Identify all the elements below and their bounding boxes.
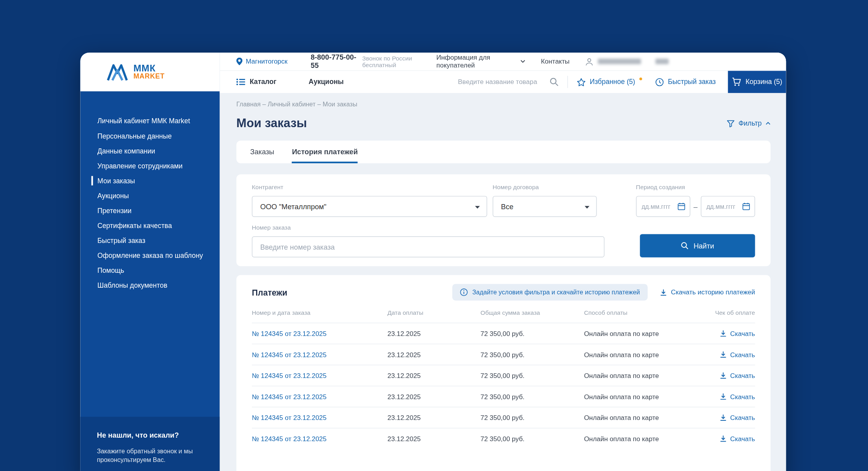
download-icon <box>720 393 727 400</box>
search-button[interactable]: Найти <box>640 234 755 257</box>
auctions-link[interactable]: Аукционы <box>309 78 344 86</box>
sidebar-item[interactable]: Оформление заказа по шаблону <box>80 248 220 263</box>
cart-button[interactable]: Корзина (5) <box>728 71 786 93</box>
receipt-download-link[interactable]: Скачать <box>720 435 755 443</box>
payment-date: 23.12.2025 <box>388 372 481 380</box>
order-link[interactable]: № 124345 от 23.12.2025 <box>252 435 387 443</box>
payment-date: 23.12.2025 <box>388 435 481 443</box>
user-name-blurred <box>598 58 641 64</box>
calendar-icon[interactable] <box>678 203 685 210</box>
sidebar-item[interactable]: Персональные данные <box>80 128 220 143</box>
payment-method: Онлайн оплата по карте <box>584 414 695 422</box>
contract-number-select[interactable]: Все <box>493 196 597 217</box>
logo-text-mmk: ММК <box>134 63 165 73</box>
payment-method: Онлайн оплата по карте <box>584 351 695 358</box>
period-dash: – <box>694 202 698 210</box>
phone-number[interactable]: 8-800-775-00-55 <box>311 53 357 69</box>
sidebar-footer-title: Не нашли, что искали? <box>97 431 203 439</box>
favorites-link[interactable]: Избранное (5) <box>577 78 642 86</box>
order-link[interactable]: № 124345 от 23.12.2025 <box>252 330 387 338</box>
contract-number-value: Все <box>501 202 514 210</box>
logo[interactable]: ММК MARKET <box>80 53 220 91</box>
receipt-download-link[interactable]: Скачать <box>720 372 755 380</box>
quick-order-link[interactable]: Быстрый заказ <box>656 78 716 86</box>
sidebar-item[interactable]: Данные компании <box>80 143 220 158</box>
main-area: Магнитогорск 8-800-775-00-55 Звонок по Р… <box>220 53 786 471</box>
sidebar-item[interactable]: Помощь <box>80 263 220 278</box>
sidebar-item[interactable]: Личный кабинет ММК Market <box>80 113 220 128</box>
search-button-label: Найти <box>694 242 714 250</box>
col-receipt: Чек об оплате <box>695 309 755 316</box>
payments-panel: Платежи Задайте условия фильтра и скачай… <box>236 275 771 471</box>
chevron-down-icon <box>584 206 590 209</box>
payment-method: Онлайн оплата по карте <box>584 392 695 400</box>
table-row: № 124345 от 23.12.2025 23.12.2025 72 350… <box>252 407 755 428</box>
sidebar-item[interactable]: Шаблоны документов <box>80 278 220 293</box>
catalog-label: Каталог <box>250 78 277 86</box>
sidebar-item[interactable]: Быстрый заказ <box>80 233 220 248</box>
sidebar-item[interactable]: Аукционы <box>80 188 220 203</box>
col-method: Способ оплаты <box>584 309 695 316</box>
contractor-value: ООО "Металлпром" <box>260 202 326 210</box>
order-link[interactable]: № 124345 от 23.12.2025 <box>252 392 387 400</box>
contacts-link[interactable]: Контакты <box>541 58 570 66</box>
payment-method: Онлайн оплата по карте <box>584 330 695 338</box>
order-sum: 72 350,00 руб. <box>480 435 584 443</box>
sidebar-menu: Личный кабинет ММК Market Персональные д… <box>80 91 220 417</box>
divider <box>568 76 568 88</box>
cart-label: Корзина (5) <box>745 78 782 86</box>
order-sum: 72 350,00 руб. <box>480 414 584 422</box>
sidebar-item[interactable]: Управление сотрудниками <box>80 158 220 173</box>
contractor-select[interactable]: ООО "Металлпром" <box>252 196 487 217</box>
product-search <box>458 77 559 86</box>
date-to-input[interactable] <box>706 203 740 210</box>
col-payment-date: Дата оплаты <box>388 309 481 316</box>
order-sum: 72 350,00 руб. <box>480 392 584 400</box>
receipt-download-link[interactable]: Скачать <box>720 351 755 358</box>
payments-title: Платежи <box>252 288 287 297</box>
user-account[interactable] <box>585 57 669 66</box>
contractor-label: Контрагент <box>252 183 487 192</box>
col-total: Общая сумма заказа <box>480 309 584 316</box>
clock-icon <box>656 78 664 86</box>
logo-text-market: MARKET <box>134 73 165 81</box>
catalog-button[interactable]: Каталог <box>236 78 277 86</box>
receipt-download-link[interactable]: Скачать <box>720 414 755 422</box>
calendar-icon[interactable] <box>742 203 750 210</box>
user-extra-blurred <box>656 58 669 64</box>
payment-method: Онлайн оплата по карте <box>584 435 695 443</box>
table-row: № 124345 от 23.12.2025 23.12.2025 72 350… <box>252 386 755 407</box>
order-link[interactable]: № 124345 от 23.12.2025 <box>252 414 387 422</box>
sidebar-item[interactable]: Мои заказы <box>80 173 220 188</box>
order-link[interactable]: № 124345 от 23.12.2025 <box>252 351 387 358</box>
payment-date: 23.12.2025 <box>388 392 481 400</box>
download-icon <box>720 435 727 442</box>
download-label: Скачать <box>730 392 755 400</box>
breadcrumb[interactable]: Главная – Личный кабинет – Мои заказы <box>236 101 771 108</box>
date-from-field <box>636 196 690 217</box>
tab-orders[interactable]: Заказы <box>250 141 274 163</box>
tab-payment-history[interactable]: История платежей <box>292 141 358 163</box>
filter-hint-label: Задайте условия фильтра и скачайте истор… <box>472 289 640 296</box>
receipt-download-link[interactable]: Скачать <box>720 330 755 338</box>
info-for-buyers-menu[interactable]: Информация для покупателей <box>436 54 526 69</box>
sidebar-item[interactable]: Сертификаты качества <box>80 218 220 233</box>
favorites-label: Избранное (5) <box>590 78 635 86</box>
favorites-badge-dot <box>640 77 643 80</box>
order-link[interactable]: № 124345 от 23.12.2025 <box>252 372 387 380</box>
cart-icon <box>732 77 741 86</box>
receipt-download-link[interactable]: Скачать <box>720 392 755 400</box>
date-from-input[interactable] <box>641 203 675 210</box>
order-sum: 72 350,00 руб. <box>480 330 584 338</box>
city-selector[interactable]: Магнитогорск <box>236 58 288 66</box>
info-icon <box>460 288 468 296</box>
sidebar-item[interactable]: Претензии <box>80 203 220 218</box>
download-history-link[interactable]: Скачать историю платежей <box>660 288 755 296</box>
chevron-up-icon <box>765 122 771 125</box>
search-icon[interactable] <box>550 77 559 86</box>
app-window: ММК MARKET Личный кабинет ММК Market Пер… <box>80 53 786 471</box>
search-input[interactable] <box>458 78 546 86</box>
filter-toggle[interactable]: Фильтр <box>727 120 771 128</box>
order-number-input[interactable] <box>260 243 596 251</box>
download-label: Скачать <box>730 414 755 422</box>
